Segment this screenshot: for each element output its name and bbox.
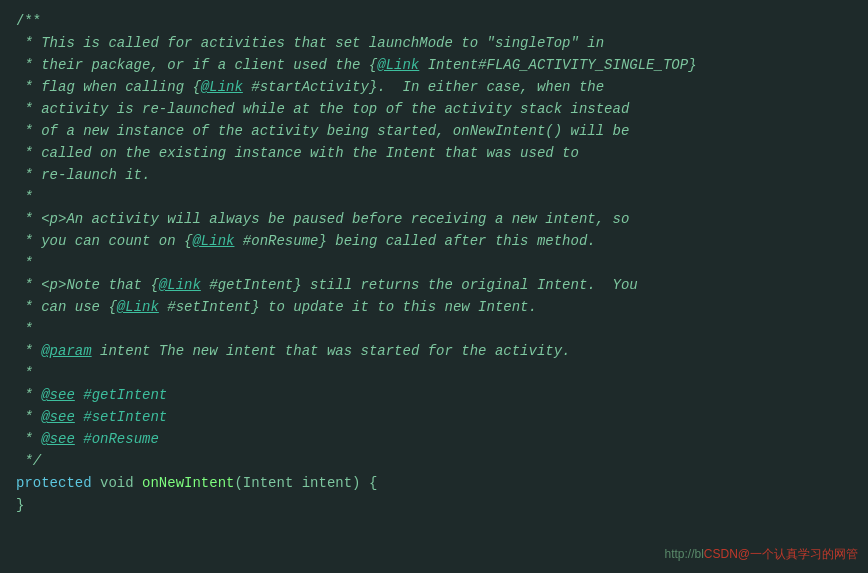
line-11: * you can count on {@Link #onResume} bei… bbox=[16, 230, 852, 252]
line-6: * of a new instance of the activity bein… bbox=[16, 120, 852, 142]
line-1: /** bbox=[16, 10, 852, 32]
line-4: * flag when calling {@Link #startActivit… bbox=[16, 76, 852, 98]
line-2: * This is called for activities that set… bbox=[16, 32, 852, 54]
line-21: */ bbox=[16, 450, 852, 472]
line-12: * bbox=[16, 252, 852, 274]
line-23: } bbox=[16, 494, 852, 516]
line-17: * bbox=[16, 362, 852, 384]
line-20: * @see #onResume bbox=[16, 428, 852, 450]
line-16: * @param intent The new intent that was … bbox=[16, 340, 852, 362]
line-8: * re-launch it. bbox=[16, 164, 852, 186]
line-22: protected void onNewIntent(Intent intent… bbox=[16, 472, 852, 494]
line-5: * activity is re-launched while at the t… bbox=[16, 98, 852, 120]
watermark: http://blCSDN@一个认真学习的网管 bbox=[664, 546, 858, 563]
line-3: * their package, or if a client used the… bbox=[16, 54, 852, 76]
line-18: * @see #getIntent bbox=[16, 384, 852, 406]
line-13: * <p>Note that {@Link #getIntent} still … bbox=[16, 274, 852, 296]
code-editor: /** * This is called for activities that… bbox=[0, 0, 868, 573]
line-14: * can use {@Link #setIntent} to update i… bbox=[16, 296, 852, 318]
line-10: * <p>An activity will always be paused b… bbox=[16, 208, 852, 230]
line-7: * called on the existing instance with t… bbox=[16, 142, 852, 164]
line-15: * bbox=[16, 318, 852, 340]
line-19: * @see #setIntent bbox=[16, 406, 852, 428]
line-9: * bbox=[16, 186, 852, 208]
